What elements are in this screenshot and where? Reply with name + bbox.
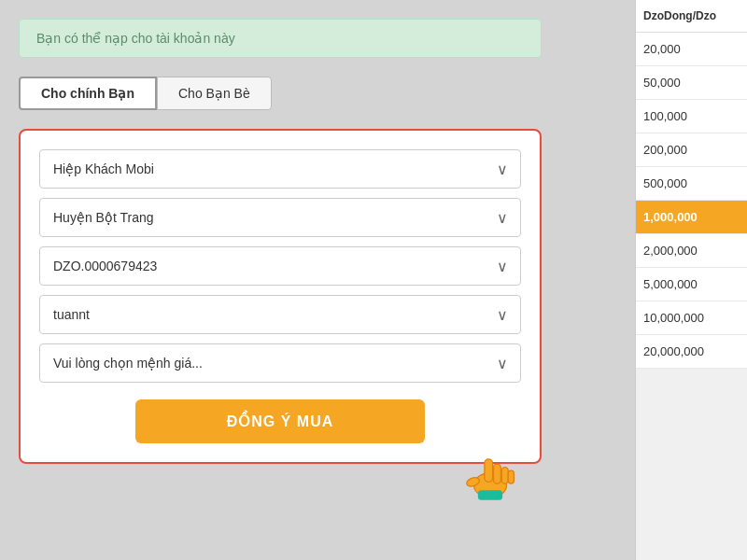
info-banner: Bạn có thể nạp cho tài khoản này xyxy=(19,19,542,58)
amount-item[interactable]: 200,000 xyxy=(636,133,747,167)
right-panel: DzoDong/Dzo 20,00050,000100,000200,00050… xyxy=(635,0,747,560)
amount-item[interactable]: 500,000 xyxy=(636,167,747,201)
amount-item[interactable]: 1,000,000 xyxy=(636,201,747,234)
svg-point-1 xyxy=(466,476,481,488)
svg-rect-5 xyxy=(508,470,514,483)
denomination-select[interactable]: Vui lòng chọn mệnh giá... xyxy=(39,343,521,383)
region-select[interactable]: Huyện Bột Trang xyxy=(39,198,521,237)
network-select-wrapper: Hiệp Khách Mobi xyxy=(39,149,521,189)
left-panel: Bạn có thể nạp cho tài khoản này Cho chí… xyxy=(0,0,635,560)
svg-rect-4 xyxy=(501,468,508,484)
svg-rect-3 xyxy=(494,464,501,483)
user-select-wrapper: tuannt xyxy=(39,295,521,334)
denomination-select-wrapper: Vui lòng chọn mệnh giá... xyxy=(39,343,521,383)
region-select-wrapper: Huyện Bột Trang xyxy=(39,198,521,237)
amount-item[interactable]: 2,000,000 xyxy=(636,234,747,268)
amount-item[interactable]: 20,000,000 xyxy=(636,335,747,369)
account-select[interactable]: DZO.0000679423 xyxy=(39,246,521,286)
amount-item[interactable]: 50,000 xyxy=(636,66,747,100)
tab-self[interactable]: Cho chính Bạn xyxy=(19,77,157,110)
tab-friend[interactable]: Cho Bạn Bè xyxy=(157,77,272,110)
agree-button[interactable]: ĐỒNG Ý MUA xyxy=(135,399,425,443)
account-select-wrapper: DZO.0000679423 xyxy=(39,246,521,286)
svg-point-0 xyxy=(474,473,507,497)
right-panel-header: DzoDong/Dzo xyxy=(636,0,747,33)
modal-box: Hiệp Khách Mobi Huyện Bột Trang DZO.0000… xyxy=(19,129,542,464)
svg-rect-6 xyxy=(478,490,502,500)
tab-row: Cho chính Bạn Cho Bạn Bè xyxy=(19,77,616,110)
amounts-list: 20,00050,000100,000200,000500,0001,000,0… xyxy=(636,33,747,369)
amount-item[interactable]: 5,000,000 xyxy=(636,268,747,301)
amount-item[interactable]: 100,000 xyxy=(636,100,747,133)
amount-item[interactable]: 20,000 xyxy=(636,33,747,66)
network-select[interactable]: Hiệp Khách Mobi xyxy=(39,149,521,189)
user-select[interactable]: tuannt xyxy=(39,295,521,334)
main-container: Bạn có thể nạp cho tài khoản này Cho chí… xyxy=(0,0,747,560)
amount-item[interactable]: 10,000,000 xyxy=(636,301,747,335)
